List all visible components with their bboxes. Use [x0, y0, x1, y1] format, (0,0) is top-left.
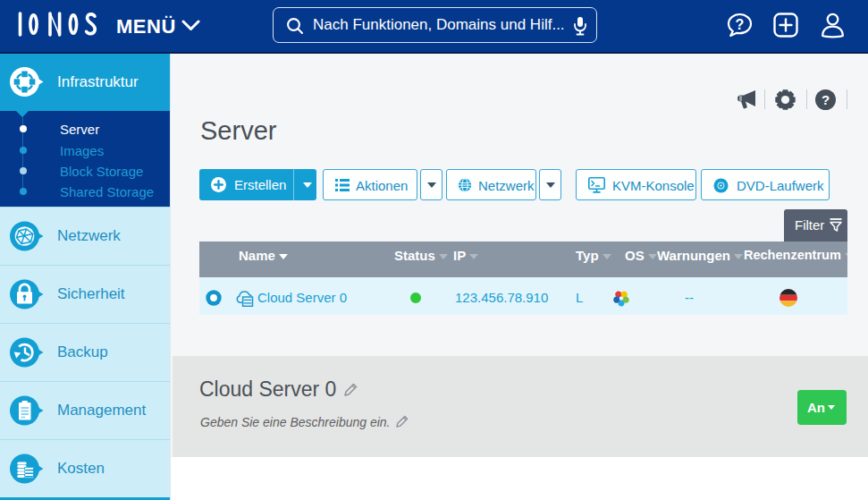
svg-text:?: ?	[822, 92, 830, 107]
svg-text:?: ?	[736, 17, 745, 32]
